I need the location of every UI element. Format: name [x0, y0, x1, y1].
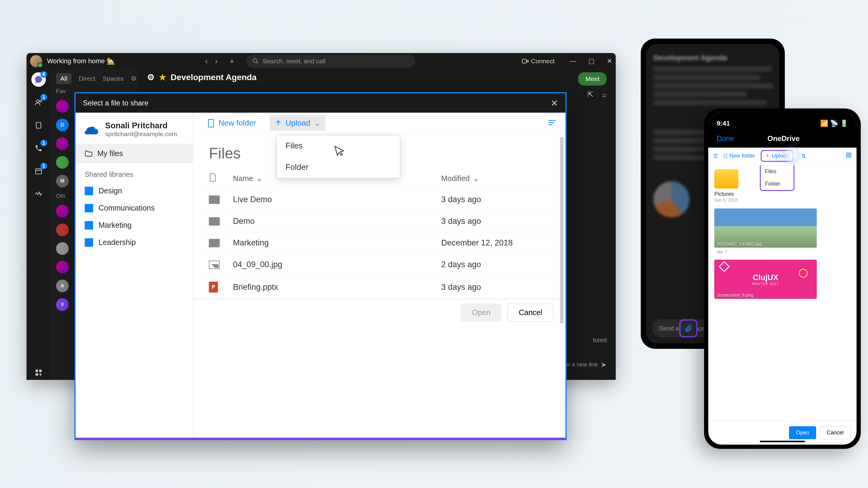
clipboard-icon — [35, 121, 42, 129]
rail-apps[interactable] — [31, 365, 46, 380]
modal-footer: Open Cancel — [193, 299, 565, 326]
gear-icon[interactable]: ⚙ — [147, 72, 155, 82]
titlebar: Working from home 🏡 ‹ › + Search, meet, … — [27, 53, 616, 69]
scrollbar-thumb[interactable] — [560, 137, 564, 324]
search-input[interactable]: Search, meet, and call — [246, 55, 415, 68]
close-button[interactable]: ✕ — [607, 57, 612, 65]
cal-badge: 1 — [40, 163, 47, 169]
avatar-icon: V — [56, 298, 69, 311]
back-button[interactable]: ‹ — [205, 57, 208, 66]
user-avatar[interactable] — [30, 55, 42, 67]
filter-direct[interactable]: Direct — [79, 75, 95, 82]
search-placeholder: Search, meet, and call — [262, 58, 326, 65]
photo-item[interactable]: ClujUX MEETUP 2017 Screenshot_6.png 2h a… — [714, 260, 817, 299]
clock: 9:41 — [717, 120, 730, 127]
file-row[interactable]: MarketingDecember 12, 2018 — [193, 232, 565, 254]
new-folder-button-mobile[interactable]: New folder — [723, 153, 755, 159]
upload-button[interactable]: Upload ⌄ — [270, 116, 325, 131]
hint-text: tured — [593, 337, 607, 344]
maximize-button[interactable]: ▢ — [588, 57, 595, 65]
myfiles-item[interactable]: My files — [76, 144, 193, 163]
avatar-icon — [56, 100, 69, 113]
done-button[interactable]: Done — [717, 134, 734, 143]
cancel-button[interactable]: Cancel — [507, 304, 553, 321]
library-item-leadership[interactable]: Leadership — [76, 234, 193, 251]
open-button[interactable]: Open — [461, 304, 501, 321]
rail-teams[interactable]: 1 — [31, 95, 46, 110]
star-icon[interactable]: ★ — [159, 72, 166, 82]
library-item-communications[interactable]: Communications — [76, 199, 193, 217]
modal-close-button[interactable]: ✕ — [551, 98, 558, 108]
modal-body: Sonali Pritchard spritchard@example.com … — [76, 113, 565, 438]
view-options-button[interactable] — [548, 120, 556, 127]
library-item-marketing[interactable]: Marketing — [76, 217, 193, 234]
file-picker-modal: Select a file to share ✕ Sonali Pritchar… — [74, 92, 567, 440]
avatar-icon — [56, 242, 69, 255]
touch-indicator — [784, 148, 799, 162]
chevron-down-icon: ⌄ — [256, 174, 262, 183]
file-date: Jun 1, 2015 — [714, 197, 760, 202]
sort-icon-mobile[interactable]: ⇅ — [801, 153, 806, 159]
filter-spaces[interactable]: Spaces — [102, 75, 124, 82]
grid-view-button[interactable] — [846, 152, 852, 160]
grid-icon — [846, 152, 852, 158]
filter-all[interactable]: All — [56, 73, 71, 84]
svg-rect-12 — [208, 119, 213, 127]
share-icon[interactable]: ⇱ — [587, 90, 593, 99]
file-row[interactable]: Demo3 days ago — [193, 210, 565, 232]
file-row[interactable]: 04_09_00.jpg2 days ago — [193, 254, 565, 275]
file-name: 20210407_141452.jpg — [717, 241, 762, 247]
rail-calls[interactable]: 1 — [31, 141, 46, 156]
rail-activity[interactable] — [31, 187, 46, 201]
svg-rect-6 — [36, 122, 41, 128]
upload-button-mobile[interactable]: Upload Files Folder — [761, 150, 794, 162]
apps-icon — [35, 369, 42, 376]
avatar-icon — [56, 224, 69, 236]
connect-button[interactable]: Connect — [522, 58, 555, 65]
upload-files-option-mobile[interactable]: Files — [761, 165, 794, 178]
menu-icon[interactable]: ☰ — [713, 153, 718, 159]
rail-chat[interactable]: 4 — [31, 72, 46, 87]
rail-calendar[interactable]: 1 — [31, 164, 46, 178]
folder-icon — [209, 217, 220, 226]
avatar-icon: D — [56, 119, 69, 131]
svg-rect-11 — [36, 373, 38, 376]
upload-dropdown-mobile: Files Folder — [760, 165, 795, 191]
file-date: Apr 7 — [717, 250, 727, 254]
minimize-button[interactable]: — — [569, 57, 576, 65]
home-indicator[interactable] — [760, 441, 805, 442]
modal-toolbar: New folder Upload ⌄ — [193, 113, 565, 134]
folder-icon — [85, 150, 93, 157]
presence-status[interactable]: Working from home 🏡 — [47, 57, 115, 65]
user-email: spritchard@example.com — [105, 130, 177, 138]
upload-folder-option-mobile[interactable]: Folder — [761, 178, 794, 190]
library-item-design[interactable]: Design — [76, 182, 193, 199]
meet-button[interactable]: Meet — [578, 72, 607, 86]
chat-title: Development Agenda — [170, 73, 256, 82]
file-icon — [209, 173, 217, 182]
file-name: Screenshot_6.png — [717, 293, 753, 298]
file-row[interactable]: Briefing.pptx3 days ago — [193, 275, 565, 299]
folder-item[interactable]: Pictures Jun 1, 2015 — [714, 169, 760, 202]
rail-meetings[interactable] — [31, 118, 46, 133]
avatar-icon — [56, 137, 69, 150]
column-modified[interactable]: Modified ⌄ — [441, 173, 550, 184]
search-chat-icon[interactable]: ⌕ — [602, 90, 607, 99]
attach-button[interactable] — [679, 319, 698, 337]
file-name: Demo — [233, 217, 441, 226]
file-name: Live Demo — [233, 195, 441, 204]
cancel-button-mobile[interactable]: Cancel — [820, 426, 850, 439]
file-row[interactable]: Live Demo3 days ago — [193, 189, 565, 210]
new-folder-button[interactable]: New folder — [202, 116, 261, 131]
brand-sub: MEETUP 2017 — [752, 282, 779, 286]
send-icon[interactable]: ➤ — [601, 361, 607, 369]
image-icon — [209, 261, 220, 269]
status-icons: 📶 📡 🔋 — [820, 120, 848, 127]
open-button-mobile[interactable]: Open — [789, 426, 816, 439]
powerpoint-icon — [209, 282, 218, 293]
forward-button[interactable]: › — [215, 57, 218, 66]
page-icon — [723, 153, 727, 158]
new-button[interactable]: + — [230, 57, 234, 66]
photo-item[interactable]: 20210407_141452.jpg Apr 7 — [714, 208, 817, 248]
filter-settings-icon[interactable]: ⚙ — [131, 75, 136, 82]
